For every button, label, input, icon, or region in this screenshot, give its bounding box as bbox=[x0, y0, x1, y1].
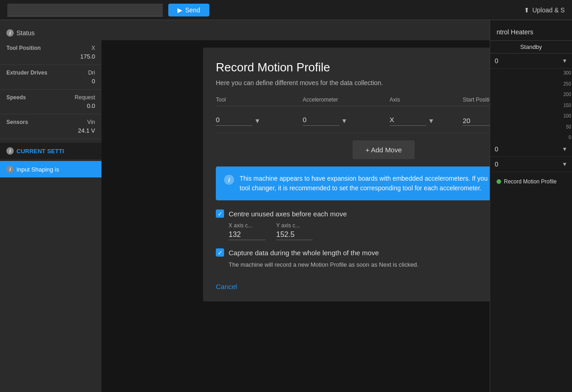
record-motion-bar: Record Motion Profile bbox=[490, 174, 572, 189]
moves-table-header: Tool Accelerometer Axis Start Position E… bbox=[216, 97, 490, 106]
chart-labels: 300 250 200 150 100 50 0 bbox=[559, 69, 572, 142]
extruder-drives-section: Extruder Drives Dri 0 bbox=[0, 65, 102, 90]
start-position-cell bbox=[463, 116, 490, 126]
status-label: Status bbox=[16, 29, 35, 37]
status-header: i Status bbox=[0, 26, 102, 40]
start-position-input[interactable] bbox=[463, 116, 490, 126]
capture-label: Capture data during the whole length of … bbox=[229, 249, 379, 257]
speeds-section: Speeds Request 0.0 bbox=[0, 90, 102, 114]
centre-axes-section: ✓ Centre unused axes before each move X … bbox=[216, 209, 490, 240]
col-header-start: Start Position bbox=[463, 97, 490, 103]
standby-badge: Standby bbox=[490, 41, 572, 54]
info-banner: i This machine appears to have expansion… bbox=[216, 166, 490, 200]
sensors-row: Sensors Vin bbox=[6, 118, 95, 126]
checkmark-icon: ✓ bbox=[218, 210, 223, 217]
upload-button[interactable]: ⬆ Upload & S bbox=[524, 6, 565, 14]
sensors-vin-label: Vin bbox=[87, 119, 95, 125]
table-row: 0 ▼ 0 ▼ X ▼ 🗑 bbox=[216, 109, 490, 133]
speeds-label: Speeds bbox=[6, 94, 26, 101]
axis-inputs: X axis c... Y axis c... bbox=[216, 222, 490, 240]
y-axis-input[interactable] bbox=[276, 230, 313, 240]
control-row-0: 0 ▼ bbox=[490, 54, 572, 69]
control-value-2: 0 bbox=[495, 161, 559, 168]
upload-label: Upload & S bbox=[532, 6, 565, 14]
chart-label-100: 100 bbox=[560, 113, 571, 118]
col-header-tool: Tool bbox=[216, 97, 303, 103]
command-input[interactable] bbox=[7, 4, 163, 16]
accelerometer-dropdown-arrow[interactable]: ▼ bbox=[341, 117, 347, 124]
status-info-icon: i bbox=[6, 29, 14, 37]
current-settings-bar: i CURRENT SETTI bbox=[0, 143, 102, 159]
accelerometer-dropdown[interactable]: 0 ▼ bbox=[303, 116, 390, 126]
right-panel-header: ntrol Heaters bbox=[490, 24, 572, 41]
extruder-value: 0 bbox=[92, 78, 95, 85]
send-icon: ▶ bbox=[177, 6, 182, 14]
tool-position-section: Tool Position X 175.0 bbox=[0, 40, 102, 65]
sensors-section: Sensors Vin 24.1 V bbox=[0, 114, 102, 139]
centre-axes-label: Centre unused axes before each move bbox=[229, 210, 347, 218]
input-shaping-icon: i bbox=[6, 166, 14, 173]
speeds-row: Speeds Request bbox=[6, 93, 95, 102]
accelerometer-dropdown-value: 0 bbox=[303, 116, 339, 126]
send-label: Send bbox=[185, 6, 200, 14]
info-banner-text: This machine appears to have expansion b… bbox=[240, 174, 490, 193]
control-row-1: 0 ▼ bbox=[490, 142, 572, 157]
chart-label-200: 200 bbox=[560, 92, 571, 97]
dialog-title: Record Motion Profile bbox=[216, 60, 490, 75]
record-motion-dialog: Record Motion Profile Here you can defin… bbox=[203, 48, 490, 301]
tool-position-label: Tool Position bbox=[6, 45, 41, 51]
top-bar: ▶ Send ⬆ Upload & S bbox=[0, 0, 572, 20]
control-value-1: 0 bbox=[495, 145, 559, 153]
capture-checkmark-icon: ✓ bbox=[218, 249, 223, 256]
chevron-down-icon-1[interactable]: ▼ bbox=[562, 146, 567, 152]
axis-dropdown-value: X bbox=[390, 116, 426, 126]
extruder-right: Dri bbox=[88, 70, 95, 76]
centre-axes-checkbox[interactable]: ✓ bbox=[216, 209, 224, 218]
tool-dropdown[interactable]: 0 ▼ bbox=[216, 116, 303, 126]
sensors-value-row: 24.1 V bbox=[6, 126, 95, 135]
sensors-value: 24.1 V bbox=[78, 127, 95, 134]
extruder-row: Extruder Drives Dri bbox=[6, 69, 95, 77]
record-dot bbox=[497, 179, 501, 184]
chevron-down-icon-0[interactable]: ▼ bbox=[562, 58, 567, 64]
axis-dropdown-arrow[interactable]: ▼ bbox=[428, 117, 434, 124]
tool-position-value: 175.0 bbox=[80, 53, 95, 60]
tool-position-value-row: 175.0 bbox=[6, 52, 95, 61]
capture-row: ✓ Capture data during the whole length o… bbox=[216, 248, 490, 257]
left-sidebar: i Status Tool Position X 175.0 Extruder … bbox=[0, 20, 102, 392]
add-move-label: + Add Move bbox=[365, 146, 402, 154]
input-shaping-label: Input Shaping is bbox=[16, 166, 59, 173]
record-motion-label: Record Motion Profile bbox=[504, 178, 556, 185]
send-button[interactable]: ▶ Send bbox=[168, 4, 209, 16]
dialog-subtitle: Here you can define different moves for … bbox=[216, 79, 490, 86]
add-move-container: + Add Move bbox=[216, 133, 490, 166]
right-panel: ntrol Heaters Standby 0 ▼ 300 250 200 15… bbox=[490, 20, 572, 392]
y-axis-label: Y axis c... bbox=[276, 222, 313, 229]
control-value-0: 0 bbox=[495, 57, 559, 64]
dialog-footer: Cancel Back Next bbox=[216, 277, 490, 290]
upload-icon: ⬆ bbox=[524, 6, 529, 14]
x-axis-input-group: X axis c... bbox=[229, 222, 265, 240]
tool-dropdown-value: 0 bbox=[216, 116, 252, 126]
center-area: Record Motion Profile Here you can defin… bbox=[102, 20, 490, 392]
chart-label-50: 50 bbox=[560, 124, 571, 129]
cancel-button[interactable]: Cancel bbox=[216, 283, 237, 290]
speeds-right: Request bbox=[75, 94, 95, 101]
x-axis-input[interactable] bbox=[229, 230, 265, 240]
extruder-value-row: 0 bbox=[6, 77, 95, 86]
top-bar-left: ▶ Send bbox=[7, 4, 209, 16]
add-move-button[interactable]: + Add Move bbox=[353, 140, 415, 159]
x-axis-label: X axis c... bbox=[229, 222, 265, 229]
tool-position-row: Tool Position X bbox=[6, 44, 95, 52]
tool-dropdown-arrow[interactable]: ▼ bbox=[254, 117, 261, 124]
axis-dropdown[interactable]: X ▼ bbox=[390, 116, 463, 126]
col-header-axis: Axis bbox=[390, 97, 463, 103]
control-row-2: 0 ▼ bbox=[490, 157, 572, 172]
current-settings-icon: i bbox=[6, 147, 14, 155]
capture-checkbox[interactable]: ✓ bbox=[216, 248, 224, 257]
chevron-down-icon-2[interactable]: ▼ bbox=[562, 161, 567, 167]
chart-label-0: 0 bbox=[560, 135, 571, 140]
speeds-value-row: 0.0 bbox=[6, 102, 95, 110]
col-header-accelerometer: Accelerometer bbox=[303, 97, 390, 103]
sensors-label: Sensors bbox=[6, 119, 28, 125]
